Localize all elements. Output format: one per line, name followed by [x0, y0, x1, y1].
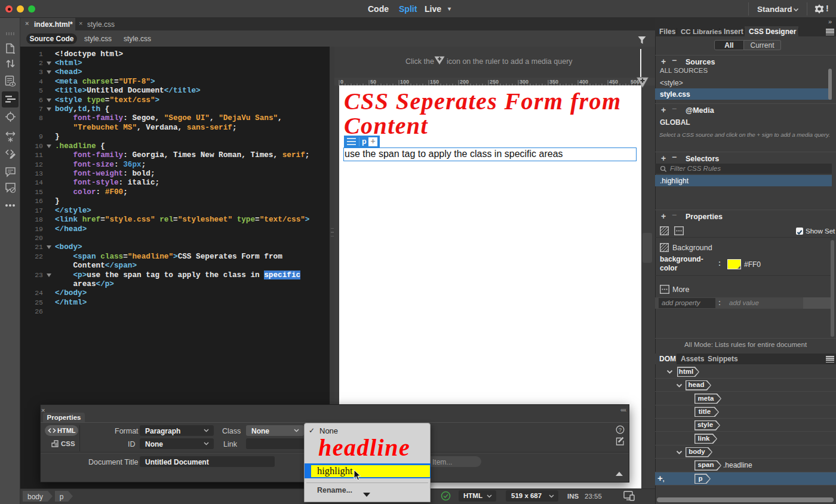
svg-text:450: 450 [609, 79, 618, 85]
svg-text:350: 350 [549, 79, 558, 85]
svg-text:?: ? [619, 426, 622, 433]
svg-text:50: 50 [370, 79, 376, 85]
svg-text:200: 200 [460, 79, 469, 85]
svg-text:150: 150 [430, 79, 439, 85]
svg-text:100: 100 [400, 79, 409, 85]
svg-text:250: 250 [490, 79, 499, 85]
svg-text:0: 0 [340, 79, 343, 85]
svg-text:300: 300 [520, 79, 528, 85]
svg-text:400: 400 [579, 79, 588, 85]
